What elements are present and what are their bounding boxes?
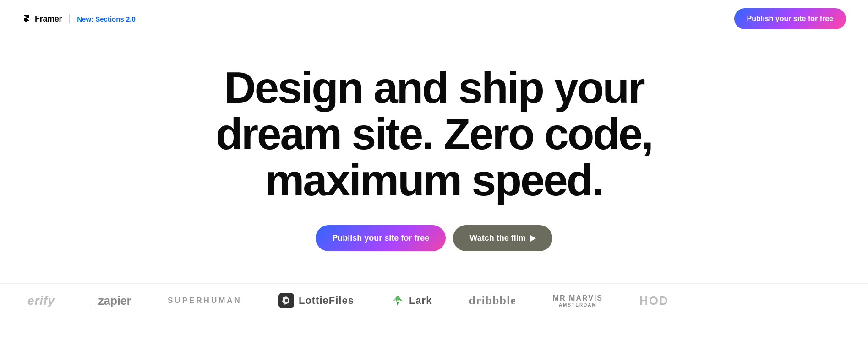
lottiefiles-icon [278,293,294,308]
hero-section: Design and ship your dream site. Zero co… [0,38,868,274]
lark-icon [391,294,404,307]
play-icon [530,235,536,242]
logo-superhuman: SUPERHUMAN [168,296,242,305]
logos-strip: erify _zapier SUPERHUMAN LottieFiles [0,283,868,318]
logo-zapier: _zapier [92,294,131,308]
lottiefiles-svg [281,296,291,306]
hero-title-line2: dream site. Zero code, [216,109,652,158]
hero-buttons: Publish your site for free Watch the fil… [316,225,552,251]
hod-text: HOD [639,294,669,308]
hero-title-line3: maximum speed. [265,156,603,205]
superhuman-text: SUPERHUMAN [168,296,242,305]
mrmarvis-main: MR MARVIS [553,294,603,302]
logo-dribbble: dribbble [469,294,516,307]
navbar: Framer New: Sections 2.0 Publish your si… [0,0,868,38]
logo-text: Framer [35,14,62,24]
publish-button-nav[interactable]: Publish your site for free [734,8,846,29]
logo-lottiefiles: LottieFiles [278,293,354,308]
logo-mrmarvis: MR MARVIS AMSTERDAM [553,294,603,308]
logo-verily: erify [27,294,55,308]
mrmarvis-text-block: MR MARVIS AMSTERDAM [553,294,603,308]
watch-film-label: Watch the film [469,233,525,243]
logo-lark: Lark [391,294,432,307]
logo-hod: HOD [639,294,669,308]
framer-logo-icon [22,14,31,23]
lark-text: Lark [409,295,432,307]
logos-inner: erify _zapier SUPERHUMAN LottieFiles [0,293,696,308]
navbar-left: Framer New: Sections 2.0 [22,14,136,24]
verily-text: erify [27,294,55,308]
publish-button-hero[interactable]: Publish your site for free [316,225,446,251]
lottiefiles-text: LottieFiles [299,295,354,307]
nav-divider [69,14,70,23]
logo-area: Framer [22,14,62,24]
dribbble-text: dribbble [469,294,516,307]
zapier-text: _zapier [92,294,131,308]
hero-title: Design and ship your dream site. Zero co… [216,65,652,203]
watch-film-button[interactable]: Watch the film [453,225,552,251]
new-sections-link[interactable]: New: Sections 2.0 [77,15,136,23]
hero-title-line1: Design and ship your [224,63,644,112]
mrmarvis-sub: AMSTERDAM [553,302,603,308]
lark-svg [391,294,404,307]
